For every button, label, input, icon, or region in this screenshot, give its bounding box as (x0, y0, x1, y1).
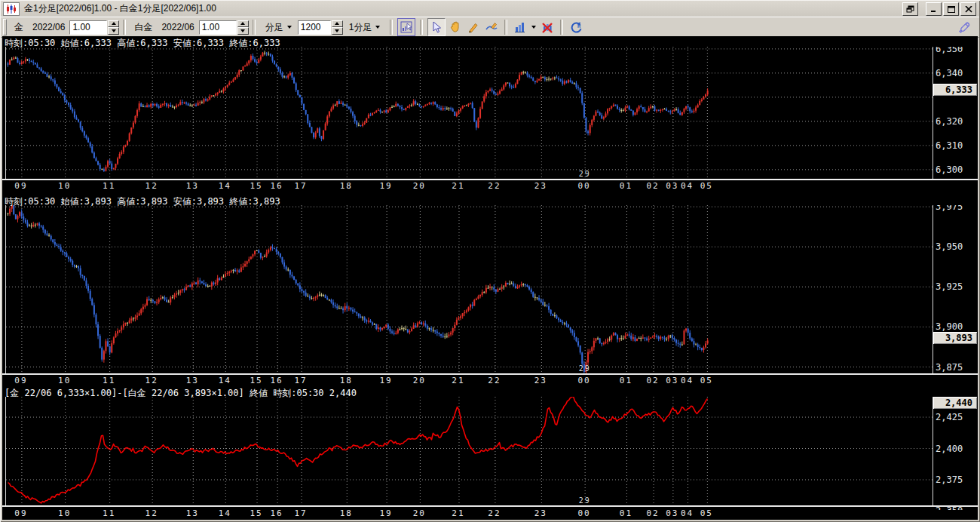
platinum-month-label[interactable]: 2022/06 (161, 22, 194, 32)
x-axis-label: 01 (620, 508, 632, 518)
x-axis-label: 14 (219, 181, 231, 191)
y-axis-label: 3,975 (936, 205, 963, 212)
axis-separator (2, 505, 978, 507)
y-axis-label: 6,350 (936, 47, 963, 54)
x-axis-label: 00 (578, 376, 591, 385)
bar-count-input[interactable] (298, 20, 331, 35)
minimize-button[interactable] (926, 2, 942, 16)
settings-wrench-icon[interactable] (956, 19, 972, 35)
x-axis-label: 03 (666, 376, 678, 385)
spread-x-axis: 0910111213141516171819202122230001020304… (5, 508, 932, 520)
x-axis-label: 12 (145, 181, 158, 191)
x-axis-label: 09 (14, 376, 27, 385)
bar-count-spinner[interactable] (332, 20, 343, 35)
x-axis-label: 20 (413, 508, 426, 518)
x-axis-label: 14 (219, 376, 231, 385)
curve-pen-icon[interactable] (483, 19, 500, 35)
pointer-tool-icon[interactable] (427, 18, 446, 36)
toolbar-separator (420, 20, 423, 35)
x-axis-label: 05 (700, 508, 713, 518)
chart-type-dropdown-arrow-icon[interactable] (530, 19, 537, 35)
x-axis-label: 02 (646, 181, 659, 191)
x-axis-label: 22 (488, 508, 501, 518)
pencil-draw-icon[interactable] (465, 19, 482, 35)
gold-plot[interactable]: 29 (5, 47, 933, 179)
x-axis-label: 15 (250, 376, 262, 385)
x-axis-label: 13 (186, 376, 199, 385)
x-axis-label: 02 (646, 508, 659, 518)
x-axis-label: 19 (379, 181, 392, 191)
spread-y-axis: 2,4252,4002,3752,3502,440 (933, 397, 978, 510)
delete-chart-icon[interactable] (539, 19, 556, 35)
x-axis-label: 05 (700, 376, 713, 385)
date-label: 29 (579, 496, 591, 505)
x-axis-label: 16 (270, 181, 283, 191)
svg-text:R: R (577, 24, 581, 29)
x-axis-label: 03 (666, 181, 678, 191)
date-label: 29 (579, 364, 591, 373)
x-axis-label: 22 (488, 181, 501, 191)
x-axis-label: 01 (620, 376, 632, 385)
x-axis-label: 23 (534, 508, 547, 518)
spread-chart-section: [金 22/06 6,333×1.00]-[白金 22/06 3,893×1.0… (2, 386, 978, 520)
gold-ratio-input[interactable] (69, 20, 107, 35)
gold-month-label[interactable]: 2022/06 (32, 22, 65, 32)
y-axis-label: 3,875 (936, 362, 963, 373)
charts-area: 時刻:05:30 始値:6,333 高値:6,333 安値:6,333 終値:6… (2, 36, 978, 520)
y-axis-label: 6,310 (936, 140, 963, 151)
last-price-label: 2,440 (933, 397, 977, 409)
x-axis-label: 23 (534, 181, 547, 191)
x-axis-label: 04 (681, 376, 694, 385)
refresh-icon[interactable]: R (568, 19, 584, 35)
toolbar-separator (253, 20, 256, 35)
x-axis-label: 17 (294, 181, 307, 191)
y-axis-label: 6,340 (936, 68, 963, 78)
x-axis-label: 10 (58, 508, 71, 518)
x-axis-label: 09 (14, 181, 27, 191)
toolbar-grip[interactable] (3, 19, 7, 35)
platinum-x-axis: 0910111213141516171819202122230001020304… (5, 376, 932, 386)
platinum-y-axis: 3,9753,9503,9253,9003,8753,893 (933, 205, 978, 376)
cascade-windows-button[interactable] (902, 2, 918, 16)
x-axis-label: 00 (578, 181, 591, 191)
platinum-info-bar: 時刻:05:30 始値:3,893 高値:3,893 安値:3,893 終値:3… (5, 195, 280, 208)
close-button[interactable] (960, 2, 976, 16)
x-axis-label: 18 (340, 508, 353, 518)
interval-dropdown[interactable]: 分足 (262, 20, 295, 35)
chart-type-icon[interactable] (512, 19, 528, 35)
track-cursor-icon[interactable] (397, 18, 415, 36)
platinum-plot[interactable]: 29 (5, 205, 933, 373)
spread-plot[interactable]: 29 (5, 397, 933, 505)
candlestick-app-icon (3, 2, 20, 16)
x-axis-label: 14 (219, 508, 231, 518)
toolbar-separator (123, 20, 126, 35)
maximize-button[interactable] (943, 2, 959, 16)
x-axis-label: 11 (103, 508, 115, 518)
platinum-ratio-spinner[interactable] (237, 20, 249, 35)
timeframe-dropdown[interactable]: 1分足 (346, 20, 384, 35)
x-axis-label: 21 (452, 376, 464, 385)
gold-y-axis: 6,3506,3406,3206,3106,3006,333 (933, 47, 978, 182)
x-axis-label: 03 (666, 508, 678, 518)
x-axis-label: 00 (578, 508, 591, 518)
gold-label: 金 (14, 21, 23, 34)
platinum-ratio-input[interactable] (199, 20, 237, 35)
x-axis-label: 21 (452, 508, 464, 518)
x-axis-label: 23 (534, 376, 547, 385)
y-axis-label: 6,320 (936, 116, 963, 127)
x-axis-label: 17 (294, 508, 307, 518)
chart-window: 金1分足[2022/06]1.00 - 白金1分足[2022/06]1.00 金… (0, 0, 980, 522)
toolbar-separator (560, 20, 563, 35)
pan-hand-icon[interactable] (447, 19, 464, 35)
x-axis-label: 05 (700, 181, 713, 191)
x-axis-label: 12 (145, 508, 158, 518)
x-axis-label: 18 (340, 376, 353, 385)
axis-separator (2, 179, 978, 180)
y-axis-label: 3,900 (936, 321, 963, 332)
toolbar-separator (390, 20, 393, 35)
x-axis-label: 15 (250, 181, 262, 191)
spread-info-bar: [金 22/06 6,333×1.00]-[白金 22/06 3,893×1.0… (5, 387, 357, 400)
gold-ratio-spinner[interactable] (108, 20, 119, 35)
x-axis-label: 17 (294, 376, 307, 385)
y-axis-label: 3,950 (936, 241, 963, 252)
